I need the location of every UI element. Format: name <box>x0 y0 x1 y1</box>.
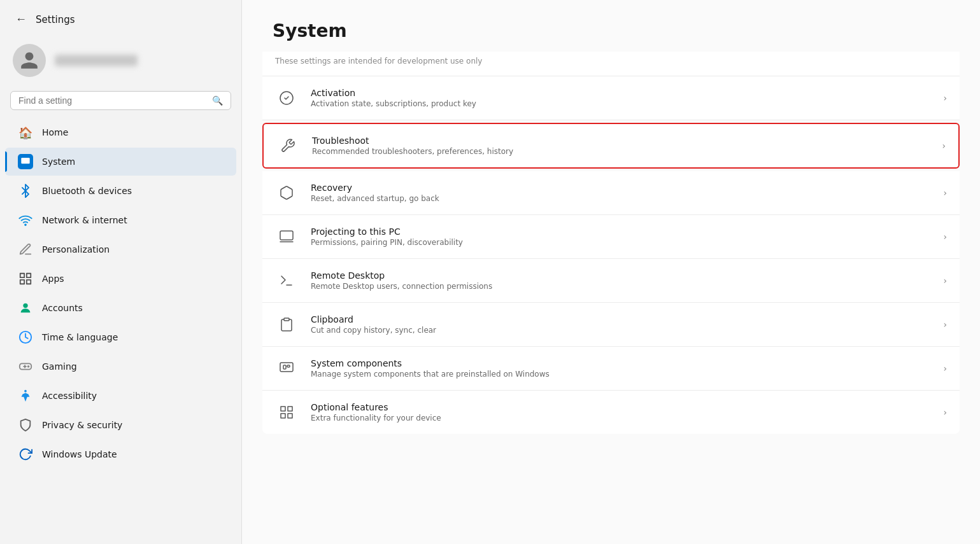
optional-features-title: Optional features <box>311 402 930 412</box>
svg-rect-20 <box>287 365 290 367</box>
setting-item-activation[interactable]: Activation Activation state, subscriptio… <box>262 76 960 120</box>
recovery-chevron: › <box>943 188 947 198</box>
svg-point-6 <box>23 303 27 308</box>
gaming-icon <box>18 359 33 374</box>
home-icon: 🏠 <box>18 125 33 140</box>
svg-rect-23 <box>281 414 285 418</box>
optional-features-text: Optional features Extra functionality fo… <box>311 402 930 422</box>
sidebar-item-personalization[interactable]: Personalization <box>5 235 236 263</box>
sidebar-item-bluetooth-label: Bluetooth & devices <box>42 186 132 196</box>
activation-chevron: › <box>943 93 947 103</box>
projecting-icon <box>275 225 298 248</box>
settings-list: These settings are intended for developm… <box>242 52 980 434</box>
clipboard-icon <box>275 313 298 336</box>
recovery-text: Recovery Reset, advanced startup, go bac… <box>311 183 930 203</box>
main-content: System These settings are intended for d… <box>242 0 980 544</box>
accessibility-icon <box>18 388 33 403</box>
svg-point-11 <box>28 366 29 367</box>
search-box[interactable]: 🔍 <box>10 91 231 110</box>
system-components-icon <box>275 357 298 380</box>
user-name <box>55 55 138 66</box>
projecting-desc: Permissions, pairing PIN, discoverabilit… <box>311 238 930 247</box>
sidebar-item-system[interactable]: System <box>5 148 236 176</box>
sidebar-item-time[interactable]: Time & language <box>5 323 236 351</box>
sidebar-item-home[interactable]: 🏠 Home <box>5 118 236 146</box>
sidebar-item-accounts[interactable]: Accounts <box>5 294 236 322</box>
avatar <box>13 44 46 77</box>
sidebar-item-accounts-label: Accounts <box>42 303 83 313</box>
projecting-text: Projecting to this PC Permissions, pairi… <box>311 227 930 247</box>
accounts-icon <box>18 300 33 316</box>
svg-point-1 <box>25 224 26 225</box>
svg-rect-21 <box>281 407 285 411</box>
setting-item-troubleshoot[interactable]: Troubleshoot Recommended troubleshooters… <box>262 123 960 169</box>
sidebar-item-accessibility-label: Accessibility <box>42 391 97 401</box>
optional-features-chevron: › <box>943 407 947 417</box>
page-title: System <box>273 20 949 41</box>
dev-note: These settings are intended for developm… <box>262 52 960 76</box>
sidebar-item-bluetooth[interactable]: Bluetooth & devices <box>5 177 236 205</box>
update-icon <box>18 447 33 462</box>
sidebar-item-update[interactable]: Windows Update <box>5 440 236 468</box>
sidebar-item-network-label: Network & internet <box>42 215 127 225</box>
activation-text: Activation Activation state, subscriptio… <box>311 88 930 108</box>
sidebar-item-accessibility[interactable]: Accessibility <box>5 382 236 410</box>
sidebar-item-privacy[interactable]: Privacy & security <box>5 411 236 439</box>
activation-desc: Activation state, subscriptions, product… <box>311 99 930 108</box>
sidebar-item-apps[interactable]: Apps <box>5 265 236 293</box>
svg-rect-5 <box>27 280 31 284</box>
sidebar-item-personalization-label: Personalization <box>42 244 110 255</box>
sidebar-item-gaming[interactable]: Gaming <box>5 352 236 380</box>
clipboard-desc: Cut and copy history, sync, clear <box>311 326 930 335</box>
setting-item-clipboard[interactable]: Clipboard Cut and copy history, sync, cl… <box>262 303 960 347</box>
setting-item-optional-features[interactable]: Optional features Extra functionality fo… <box>262 391 960 434</box>
sidebar-item-gaming-label: Gaming <box>42 361 77 372</box>
network-icon <box>18 213 33 228</box>
remote-desktop-chevron: › <box>943 275 947 286</box>
remote-desktop-icon <box>275 269 298 292</box>
sidebar-item-privacy-label: Privacy & security <box>42 420 122 430</box>
clipboard-chevron: › <box>943 319 947 330</box>
clipboard-title: Clipboard <box>311 314 930 324</box>
sidebar-item-network[interactable]: Network & internet <box>5 206 236 234</box>
svg-rect-2 <box>20 274 24 277</box>
svg-point-12 <box>24 390 27 393</box>
system-components-text: System components Manage system componen… <box>311 358 930 379</box>
recovery-icon <box>275 181 298 204</box>
apps-icon <box>18 271 33 286</box>
privacy-icon <box>18 417 33 433</box>
svg-rect-24 <box>288 414 292 418</box>
troubleshoot-icon <box>276 134 299 157</box>
system-components-chevron: › <box>943 363 947 373</box>
system-components-title: System components <box>311 358 930 368</box>
setting-item-system-components[interactable]: System components Manage system componen… <box>262 347 960 391</box>
troubleshoot-title: Troubleshoot <box>312 136 929 146</box>
recovery-desc: Reset, advanced startup, go back <box>311 194 930 203</box>
remote-desktop-desc: Remote Desktop users, connection permiss… <box>311 282 930 291</box>
remote-desktop-title: Remote Desktop <box>311 270 930 281</box>
setting-item-recovery[interactable]: Recovery Reset, advanced startup, go bac… <box>262 171 960 215</box>
troubleshoot-chevron: › <box>942 141 946 151</box>
sidebar: ← Settings 🔍 🏠 Home System <box>0 0 242 544</box>
optional-features-desc: Extra functionality for your device <box>311 414 930 422</box>
projecting-chevron: › <box>943 232 947 242</box>
setting-item-remote-desktop[interactable]: Remote Desktop Remote Desktop users, con… <box>262 259 960 303</box>
user-profile[interactable] <box>0 35 241 86</box>
setting-item-projecting[interactable]: Projecting to this PC Permissions, pairi… <box>262 215 960 259</box>
sidebar-item-time-label: Time & language <box>42 332 118 342</box>
system-components-desc: Manage system components that are preins… <box>311 370 930 379</box>
time-icon <box>18 330 33 345</box>
back-button[interactable]: ← <box>13 10 29 29</box>
recovery-title: Recovery <box>311 183 930 193</box>
activation-title: Activation <box>311 88 930 98</box>
sidebar-item-update-label: Windows Update <box>42 449 117 459</box>
activation-icon <box>275 87 298 109</box>
svg-rect-22 <box>288 407 292 411</box>
clipboard-text: Clipboard Cut and copy history, sync, cl… <box>311 314 930 335</box>
search-input[interactable] <box>18 95 207 106</box>
svg-rect-14 <box>280 231 293 240</box>
bluetooth-icon <box>18 183 33 199</box>
user-icon <box>19 50 39 71</box>
svg-rect-4 <box>20 280 24 284</box>
sidebar-item-home-label: Home <box>42 127 68 137</box>
